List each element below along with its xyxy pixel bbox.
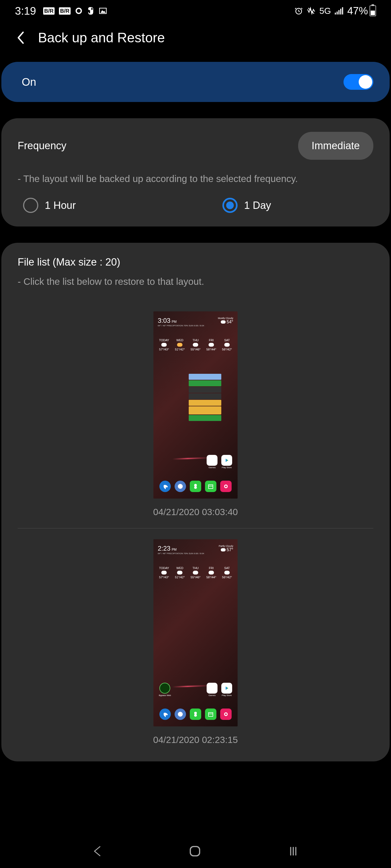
svg-rect-7 [337, 12, 338, 14]
status-time: 3:19 [15, 5, 36, 17]
backup-thumbnail: 2:23 PM 64° / 46° PRECIPITATION 70% SUN … [153, 539, 238, 726]
nav-bar [0, 835, 391, 868]
svg-rect-9 [340, 9, 341, 14]
svg-rect-10 [342, 7, 343, 14]
backup-toggle-row[interactable]: On [1, 62, 390, 102]
radio-label: 1 Hour [45, 199, 76, 211]
nav-back-button[interactable] [92, 845, 103, 859]
svg-point-1 [77, 9, 81, 13]
battery-icon [369, 5, 376, 16]
radio-label: 1 Day [244, 199, 271, 211]
svg-rect-13 [208, 485, 213, 489]
frequency-note: - The layout will be backed up according… [18, 173, 373, 184]
file-list-note: - Click the list below to restore to tha… [18, 276, 373, 287]
signal-icon [335, 7, 343, 14]
toggle-switch[interactable] [343, 74, 373, 90]
immediate-button[interactable]: Immediate [298, 132, 373, 160]
frequency-label: Frequency [18, 140, 66, 152]
nyt-icon [87, 6, 94, 16]
thumb-condition: Partly Cloudy [219, 545, 233, 547]
back-button[interactable] [16, 31, 24, 44]
backup-item[interactable]: 2:23 PM 64° / 46° PRECIPITATION 70% SUN … [18, 528, 373, 756]
radio-icon [23, 198, 38, 213]
status-right: 5G 47% [294, 5, 376, 17]
thumb-time: 2:23 [158, 545, 170, 552]
frequency-option-1-day[interactable]: 1 Day [222, 198, 271, 213]
app-badge-1: B/R [43, 7, 55, 14]
nav-recents-button[interactable] [287, 845, 299, 859]
backup-timestamp: 04/21/2020 02:23:15 [153, 735, 238, 745]
svg-point-22 [225, 713, 227, 715]
status-bar: 3:19 B/R B/R 5G 47% [0, 0, 391, 22]
toggle-label: On [22, 76, 36, 88]
svg-rect-8 [338, 10, 339, 14]
svg-rect-23 [190, 846, 200, 856]
radio-icon [222, 198, 238, 213]
nav-home-button[interactable] [189, 845, 201, 859]
notification-icon [75, 7, 83, 14]
vibrate-icon [307, 6, 315, 15]
status-left: 3:19 B/R B/R [15, 5, 107, 17]
image-icon [99, 7, 107, 15]
battery-percent: 47% [347, 5, 368, 17]
backup-item[interactable]: 3:03 PM 64° / 46° PRECIPITATION 70% SUN … [18, 301, 373, 528]
thumb-time-suffix: PM [172, 320, 176, 323]
file-list-title: File list (Max size : 20) [18, 256, 373, 268]
frequency-option-1-hour[interactable]: 1 Hour [23, 198, 76, 213]
backup-timestamp: 04/21/2020 03:03:40 [153, 507, 238, 517]
thumb-time-suffix: PM [172, 548, 176, 552]
frequency-card: Frequency Immediate - The layout will be… [1, 118, 390, 226]
file-list: 3:03 PM 64° / 46° PRECIPITATION 70% SUN … [18, 301, 373, 756]
svg-rect-6 [335, 13, 336, 14]
switch-knob [359, 75, 372, 89]
file-list-card: File list (Max size : 20) - Click the li… [1, 243, 390, 762]
svg-point-16 [225, 486, 227, 488]
header: Back up and Restore [0, 22, 391, 62]
frequency-options: 1 Hour 1 Day [18, 198, 373, 213]
app-badge-2: B/R [59, 7, 70, 14]
backup-thumbnail: 3:03 PM 64° / 46° PRECIPITATION 70% SUN … [153, 311, 238, 499]
thumb-time: 3:03 [158, 317, 170, 324]
network-label: 5G [319, 6, 331, 16]
alarm-icon [294, 6, 303, 15]
thumb-condition: Mostly Cloudy [218, 317, 233, 319]
page-title: Back up and Restore [38, 30, 165, 45]
thumb-temp: 57° [227, 547, 233, 552]
svg-marker-3 [101, 10, 106, 13]
svg-rect-19 [208, 713, 213, 716]
thumb-temp: 54° [227, 319, 233, 324]
